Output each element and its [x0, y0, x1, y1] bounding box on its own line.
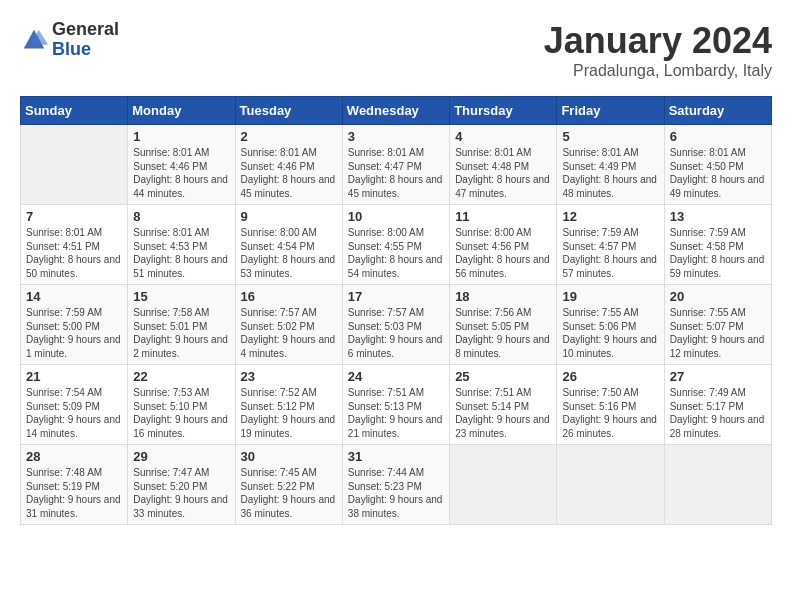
day-info: Sunrise: 8:00 AMSunset: 4:55 PMDaylight:…: [348, 226, 444, 280]
day-info: Sunrise: 7:58 AMSunset: 5:01 PMDaylight:…: [133, 306, 229, 360]
calendar-cell: 6Sunrise: 8:01 AMSunset: 4:50 PMDaylight…: [664, 125, 771, 205]
day-number: 7: [26, 209, 122, 224]
day-info: Sunrise: 7:59 AMSunset: 4:58 PMDaylight:…: [670, 226, 766, 280]
day-number: 15: [133, 289, 229, 304]
day-number: 10: [348, 209, 444, 224]
day-number: 29: [133, 449, 229, 464]
day-info: Sunrise: 7:49 AMSunset: 5:17 PMDaylight:…: [670, 386, 766, 440]
day-number: 20: [670, 289, 766, 304]
calendar-cell: 15Sunrise: 7:58 AMSunset: 5:01 PMDayligh…: [128, 285, 235, 365]
calendar-cell: 25Sunrise: 7:51 AMSunset: 5:14 PMDayligh…: [450, 365, 557, 445]
day-info: Sunrise: 7:53 AMSunset: 5:10 PMDaylight:…: [133, 386, 229, 440]
header: General Blue January 2024 Pradalunga, Lo…: [20, 20, 772, 80]
week-row-5: 28Sunrise: 7:48 AMSunset: 5:19 PMDayligh…: [21, 445, 772, 525]
day-number: 30: [241, 449, 337, 464]
day-number: 31: [348, 449, 444, 464]
day-number: 14: [26, 289, 122, 304]
day-info: Sunrise: 8:01 AMSunset: 4:49 PMDaylight:…: [562, 146, 658, 200]
week-row-2: 7Sunrise: 8:01 AMSunset: 4:51 PMDaylight…: [21, 205, 772, 285]
logo-general: General: [52, 20, 119, 40]
day-info: Sunrise: 7:55 AMSunset: 5:06 PMDaylight:…: [562, 306, 658, 360]
calendar-cell: 5Sunrise: 8:01 AMSunset: 4:49 PMDaylight…: [557, 125, 664, 205]
day-number: 2: [241, 129, 337, 144]
week-row-4: 21Sunrise: 7:54 AMSunset: 5:09 PMDayligh…: [21, 365, 772, 445]
calendar-header-row: SundayMondayTuesdayWednesdayThursdayFrid…: [21, 97, 772, 125]
day-info: Sunrise: 7:52 AMSunset: 5:12 PMDaylight:…: [241, 386, 337, 440]
calendar-cell: 27Sunrise: 7:49 AMSunset: 5:17 PMDayligh…: [664, 365, 771, 445]
day-number: 17: [348, 289, 444, 304]
calendar-cell: 16Sunrise: 7:57 AMSunset: 5:02 PMDayligh…: [235, 285, 342, 365]
logo-blue: Blue: [52, 40, 119, 60]
calendar-cell: 13Sunrise: 7:59 AMSunset: 4:58 PMDayligh…: [664, 205, 771, 285]
calendar-cell: 17Sunrise: 7:57 AMSunset: 5:03 PMDayligh…: [342, 285, 449, 365]
calendar-cell: 23Sunrise: 7:52 AMSunset: 5:12 PMDayligh…: [235, 365, 342, 445]
day-info: Sunrise: 7:54 AMSunset: 5:09 PMDaylight:…: [26, 386, 122, 440]
calendar-cell: [21, 125, 128, 205]
day-info: Sunrise: 8:00 AMSunset: 4:54 PMDaylight:…: [241, 226, 337, 280]
day-number: 5: [562, 129, 658, 144]
title-area: January 2024 Pradalunga, Lombardy, Italy: [544, 20, 772, 80]
calendar-cell: 20Sunrise: 7:55 AMSunset: 5:07 PMDayligh…: [664, 285, 771, 365]
calendar-cell: 2Sunrise: 8:01 AMSunset: 4:46 PMDaylight…: [235, 125, 342, 205]
day-info: Sunrise: 7:55 AMSunset: 5:07 PMDaylight:…: [670, 306, 766, 360]
day-info: Sunrise: 7:45 AMSunset: 5:22 PMDaylight:…: [241, 466, 337, 520]
location: Pradalunga, Lombardy, Italy: [544, 62, 772, 80]
month-year: January 2024: [544, 20, 772, 62]
logo-text: General Blue: [52, 20, 119, 60]
day-number: 11: [455, 209, 551, 224]
day-number: 18: [455, 289, 551, 304]
day-info: Sunrise: 7:56 AMSunset: 5:05 PMDaylight:…: [455, 306, 551, 360]
day-info: Sunrise: 7:59 AMSunset: 5:00 PMDaylight:…: [26, 306, 122, 360]
day-number: 25: [455, 369, 551, 384]
day-info: Sunrise: 8:01 AMSunset: 4:46 PMDaylight:…: [133, 146, 229, 200]
calendar-cell: 30Sunrise: 7:45 AMSunset: 5:22 PMDayligh…: [235, 445, 342, 525]
header-saturday: Saturday: [664, 97, 771, 125]
day-number: 26: [562, 369, 658, 384]
calendar-cell: [557, 445, 664, 525]
day-number: 8: [133, 209, 229, 224]
header-sunday: Sunday: [21, 97, 128, 125]
day-number: 1: [133, 129, 229, 144]
day-number: 27: [670, 369, 766, 384]
day-number: 28: [26, 449, 122, 464]
calendar-cell: 11Sunrise: 8:00 AMSunset: 4:56 PMDayligh…: [450, 205, 557, 285]
day-info: Sunrise: 8:01 AMSunset: 4:47 PMDaylight:…: [348, 146, 444, 200]
calendar-cell: [664, 445, 771, 525]
calendar-cell: [450, 445, 557, 525]
day-info: Sunrise: 8:01 AMSunset: 4:53 PMDaylight:…: [133, 226, 229, 280]
day-info: Sunrise: 7:44 AMSunset: 5:23 PMDaylight:…: [348, 466, 444, 520]
calendar-cell: 26Sunrise: 7:50 AMSunset: 5:16 PMDayligh…: [557, 365, 664, 445]
calendar-cell: 29Sunrise: 7:47 AMSunset: 5:20 PMDayligh…: [128, 445, 235, 525]
header-wednesday: Wednesday: [342, 97, 449, 125]
calendar-cell: 12Sunrise: 7:59 AMSunset: 4:57 PMDayligh…: [557, 205, 664, 285]
header-monday: Monday: [128, 97, 235, 125]
calendar-cell: 7Sunrise: 8:01 AMSunset: 4:51 PMDaylight…: [21, 205, 128, 285]
calendar-cell: 19Sunrise: 7:55 AMSunset: 5:06 PMDayligh…: [557, 285, 664, 365]
day-info: Sunrise: 8:00 AMSunset: 4:56 PMDaylight:…: [455, 226, 551, 280]
calendar-cell: 10Sunrise: 8:00 AMSunset: 4:55 PMDayligh…: [342, 205, 449, 285]
day-number: 9: [241, 209, 337, 224]
calendar-cell: 9Sunrise: 8:00 AMSunset: 4:54 PMDaylight…: [235, 205, 342, 285]
calendar-table: SundayMondayTuesdayWednesdayThursdayFrid…: [20, 96, 772, 525]
day-info: Sunrise: 7:48 AMSunset: 5:19 PMDaylight:…: [26, 466, 122, 520]
week-row-1: 1Sunrise: 8:01 AMSunset: 4:46 PMDaylight…: [21, 125, 772, 205]
logo: General Blue: [20, 20, 119, 60]
day-info: Sunrise: 7:51 AMSunset: 5:14 PMDaylight:…: [455, 386, 551, 440]
calendar-cell: 14Sunrise: 7:59 AMSunset: 5:00 PMDayligh…: [21, 285, 128, 365]
header-friday: Friday: [557, 97, 664, 125]
day-info: Sunrise: 8:01 AMSunset: 4:50 PMDaylight:…: [670, 146, 766, 200]
calendar-cell: 21Sunrise: 7:54 AMSunset: 5:09 PMDayligh…: [21, 365, 128, 445]
header-tuesday: Tuesday: [235, 97, 342, 125]
day-info: Sunrise: 8:01 AMSunset: 4:46 PMDaylight:…: [241, 146, 337, 200]
day-number: 19: [562, 289, 658, 304]
day-number: 23: [241, 369, 337, 384]
week-row-3: 14Sunrise: 7:59 AMSunset: 5:00 PMDayligh…: [21, 285, 772, 365]
calendar-cell: 4Sunrise: 8:01 AMSunset: 4:48 PMDaylight…: [450, 125, 557, 205]
header-thursday: Thursday: [450, 97, 557, 125]
day-number: 4: [455, 129, 551, 144]
day-info: Sunrise: 7:57 AMSunset: 5:02 PMDaylight:…: [241, 306, 337, 360]
calendar-cell: 18Sunrise: 7:56 AMSunset: 5:05 PMDayligh…: [450, 285, 557, 365]
day-number: 13: [670, 209, 766, 224]
calendar-cell: 28Sunrise: 7:48 AMSunset: 5:19 PMDayligh…: [21, 445, 128, 525]
calendar-cell: 8Sunrise: 8:01 AMSunset: 4:53 PMDaylight…: [128, 205, 235, 285]
